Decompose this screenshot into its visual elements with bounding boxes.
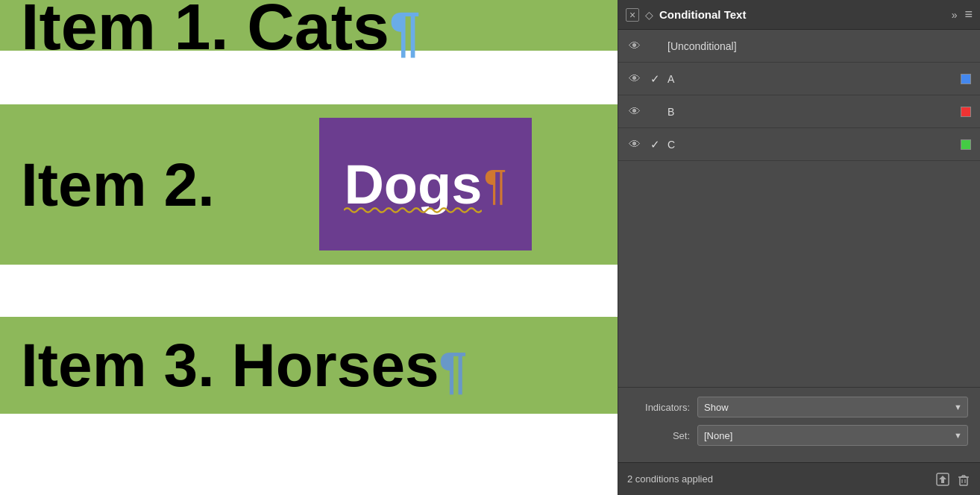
- dogs-pilcrow: ¶: [483, 160, 506, 209]
- check-a: ✓: [648, 72, 662, 86]
- condition-name-unconditional: [Unconditional]: [668, 40, 971, 52]
- condition-row-b[interactable]: 👁 B: [618, 95, 980, 128]
- set-row: Set: [None] ▼: [630, 425, 968, 446]
- swatch-c: [961, 139, 971, 150]
- close-button[interactable]: ×: [626, 8, 639, 22]
- set-select[interactable]: [None]: [697, 425, 968, 446]
- new-condition-icon: [935, 472, 950, 487]
- panel-titlebar: × ◇ Conditional Text » ≡: [618, 0, 980, 30]
- new-condition-button[interactable]: [935, 472, 950, 487]
- condition-name-b: B: [668, 106, 955, 118]
- item3-row: Item 3. Horses¶: [0, 317, 618, 414]
- eye-icon-b[interactable]: 👁: [627, 105, 642, 119]
- status-icons: [935, 472, 971, 487]
- eye-icon-unconditional[interactable]: 👁: [627, 40, 642, 53]
- eye-icon-a[interactable]: 👁: [627, 72, 642, 86]
- collapse-button[interactable]: »: [952, 9, 958, 21]
- trash-icon: [956, 472, 971, 487]
- item1-text: Item 1. Cats¶: [21, 0, 421, 60]
- delete-button[interactable]: [956, 472, 971, 487]
- status-text: 2 conditions applied: [627, 473, 713, 485]
- swatch-a: [961, 74, 971, 84]
- panel-spacer: [618, 209, 980, 388]
- condition-name-c: C: [668, 139, 955, 151]
- indicators-row: Indicators: Show Hide Show and Print ▼: [630, 397, 968, 417]
- panel-title-right: » ≡: [952, 7, 973, 22]
- condition-row-c[interactable]: 👁 ✓ C: [618, 128, 980, 161]
- indicators-select[interactable]: Show Hide Show and Print: [697, 397, 968, 417]
- item3-text: Item 3. Horses¶: [21, 335, 467, 396]
- item1-paragraph-mark: ¶: [389, 0, 421, 63]
- indicators-dropdown-wrapper: Show Hide Show and Print ▼: [697, 397, 968, 417]
- condition-row-a[interactable]: 👁 ✓ A: [618, 63, 980, 95]
- diamond-icon: ◇: [645, 9, 653, 21]
- bottom-white: [0, 414, 618, 495]
- item2-text: Item 2.: [21, 154, 215, 215]
- panel-bottom: Indicators: Show Hide Show and Print ▼ S…: [618, 387, 980, 462]
- condition-name-a: A: [668, 73, 955, 85]
- check-c: ✓: [648, 138, 662, 151]
- set-dropdown-wrapper: [None] ▼: [697, 425, 968, 446]
- conditions-list: 👁 [Unconditional] 👁 ✓ A 👁 B 👁 ✓ C: [618, 30, 980, 209]
- conditional-text-panel: × ◇ Conditional Text » ≡ 👁 [Unconditiona…: [618, 0, 980, 495]
- item3-paragraph-mark: ¶: [439, 341, 468, 398]
- white-gap-2: [0, 265, 618, 317]
- svg-rect-1: [960, 477, 967, 485]
- canvas-area: Item 1. Cats¶ Item 2. Dogs ¶ Item 3. Hor: [0, 0, 618, 495]
- panel-menu-button[interactable]: ≡: [964, 7, 973, 22]
- dogs-text: Dogs: [344, 153, 482, 216]
- panel-title: Conditional Text: [659, 8, 746, 21]
- eye-icon-c[interactable]: 👁: [627, 138, 642, 151]
- status-bar: 2 conditions applied: [618, 462, 980, 495]
- item2-row: Item 2. Dogs ¶: [0, 104, 618, 265]
- set-label: Set:: [630, 430, 690, 441]
- swatch-b: [961, 107, 971, 117]
- indicators-label: Indicators:: [630, 402, 690, 413]
- condition-row-unconditional[interactable]: 👁 [Unconditional]: [618, 30, 980, 63]
- squiggle-svg: [344, 206, 482, 215]
- panel-title-left: × ◇ Conditional Text: [626, 8, 746, 22]
- dogs-box: Dogs ¶: [319, 118, 532, 250]
